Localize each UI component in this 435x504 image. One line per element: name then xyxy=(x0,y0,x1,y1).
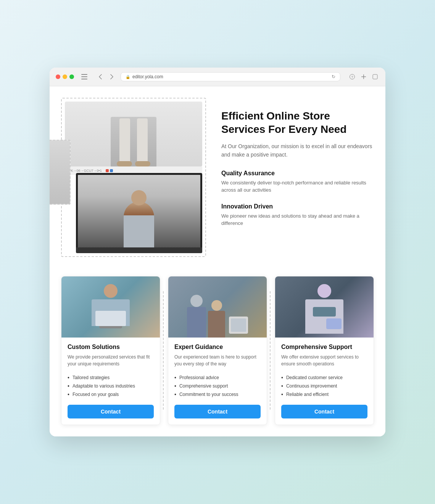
card-desc-expert-guidance: Our experienced team is here to support … xyxy=(174,354,261,367)
list-item: Professional advice xyxy=(174,373,261,382)
forward-button[interactable] xyxy=(108,73,116,81)
question-button[interactable]: ? xyxy=(348,73,356,81)
product-image-top xyxy=(65,102,202,166)
back-button[interactable] xyxy=(96,73,105,81)
feature-quality: Quality Assurance We consistently delive… xyxy=(221,170,374,194)
hero-text: Efficient Online Store Services For Ever… xyxy=(221,98,374,236)
hero-title: Efficient Online Store Services For Ever… xyxy=(221,109,374,136)
browser-window: 🔒 editor.yola.com ↻ ? xyxy=(50,68,385,436)
hero-images: FK→06→GCU7→0•1 xyxy=(61,98,206,257)
list-item: Continuous improvement xyxy=(281,382,367,390)
floating-left-panel xyxy=(50,140,71,205)
card-title-custom-solutions: Custom Solutions xyxy=(68,344,154,351)
browser-actions: ? xyxy=(348,73,379,81)
contact-button-comprehensive-support[interactable]: Contact xyxy=(281,405,367,418)
sidebar-toggle-button[interactable] xyxy=(80,73,89,81)
list-item: Adaptable to various industries xyxy=(68,382,154,390)
card-comprehensive-support: Comprehensive Support We offer extensive… xyxy=(275,276,374,425)
contact-button-expert-guidance[interactable]: Contact xyxy=(174,405,261,418)
dashed-separator-1 xyxy=(163,291,164,410)
laptop-image xyxy=(76,173,202,253)
card-expert-guidance: Expert Guidance Our experienced team is … xyxy=(168,276,267,425)
close-button[interactable] xyxy=(56,74,60,79)
feature-innovation-desc: We pioneer new ideas and solutions to st… xyxy=(221,212,374,227)
card-desc-comprehensive-support: We offer extensive support services to e… xyxy=(281,354,367,367)
product-info-text: FK→06→GCU7→0•1 xyxy=(69,169,102,173)
browser-bar: 🔒 editor.yola.com ↻ ? xyxy=(50,68,385,86)
reload-icon[interactable]: ↻ xyxy=(332,74,335,79)
svg-rect-1 xyxy=(81,76,87,77)
list-item: Focused on your goals xyxy=(68,390,154,399)
card-list-expert-guidance: Professional advice Comprehensive suppor… xyxy=(174,373,261,399)
url-text: editor.yola.com xyxy=(132,74,163,79)
traffic-lights xyxy=(56,74,74,79)
feature-quality-desc: We consistently deliver top-notch perfor… xyxy=(221,179,374,194)
card-title-comprehensive-support: Comprehensive Support xyxy=(281,344,367,351)
list-item: Comprehensive support xyxy=(174,382,261,390)
url-bar[interactable]: 🔒 editor.yola.com ↻ xyxy=(121,72,340,81)
dashed-separator-2 xyxy=(270,291,271,410)
browser-navigation xyxy=(96,73,116,81)
list-item: Commitment to your success xyxy=(174,390,261,399)
svg-text:?: ? xyxy=(351,75,353,79)
hero-section: FK→06→GCU7→0•1 xyxy=(61,98,374,257)
hero-image-container: FK→06→GCU7→0•1 xyxy=(61,98,206,257)
card-list-custom-solutions: Tailored strategies Adaptable to various… xyxy=(68,373,154,399)
card-desc-custom-solutions: We provide personalized services that fi… xyxy=(68,354,154,367)
card-image-comprehensive-support xyxy=(275,276,374,338)
hero-subtitle: At Our Organization, our mission is to e… xyxy=(221,142,374,159)
share-button[interactable] xyxy=(371,73,379,81)
minimize-button[interactable] xyxy=(63,74,67,79)
svg-rect-0 xyxy=(81,74,87,75)
svg-rect-7 xyxy=(373,74,377,79)
card-image-custom-solutions xyxy=(61,276,160,338)
page-content: FK→06→GCU7→0•1 xyxy=(50,86,385,436)
list-item: Tailored strategies xyxy=(68,373,154,382)
card-list-comprehensive-support: Dedicated customer service Continuous im… xyxy=(281,373,367,399)
card-title-expert-guidance: Expert Guidance xyxy=(174,344,261,351)
svg-rect-2 xyxy=(81,79,87,79)
list-item: Reliable and efficient xyxy=(281,390,367,399)
card-body-comprehensive-support: Comprehensive Support We offer extensive… xyxy=(275,338,374,425)
card-custom-solutions: Custom Solutions We provide personalized… xyxy=(61,276,160,425)
feature-quality-title: Quality Assurance xyxy=(221,170,374,177)
card-body-custom-solutions: Custom Solutions We provide personalized… xyxy=(61,338,160,425)
cards-section: Custom Solutions We provide personalized… xyxy=(61,276,374,425)
add-tab-button[interactable] xyxy=(359,73,368,81)
maximize-button[interactable] xyxy=(69,74,74,79)
card-image-expert-guidance xyxy=(168,276,267,338)
feature-innovation: Innovation Driven We pioneer new ideas a… xyxy=(221,203,374,227)
card-body-expert-guidance: Expert Guidance Our experienced team is … xyxy=(168,338,267,425)
feature-innovation-title: Innovation Driven xyxy=(221,203,374,210)
image-collage: FK→06→GCU7→0•1 xyxy=(65,102,202,253)
list-item: Dedicated customer service xyxy=(281,373,367,382)
lock-icon: 🔒 xyxy=(126,75,130,79)
contact-button-custom-solutions[interactable]: Contact xyxy=(68,405,154,418)
